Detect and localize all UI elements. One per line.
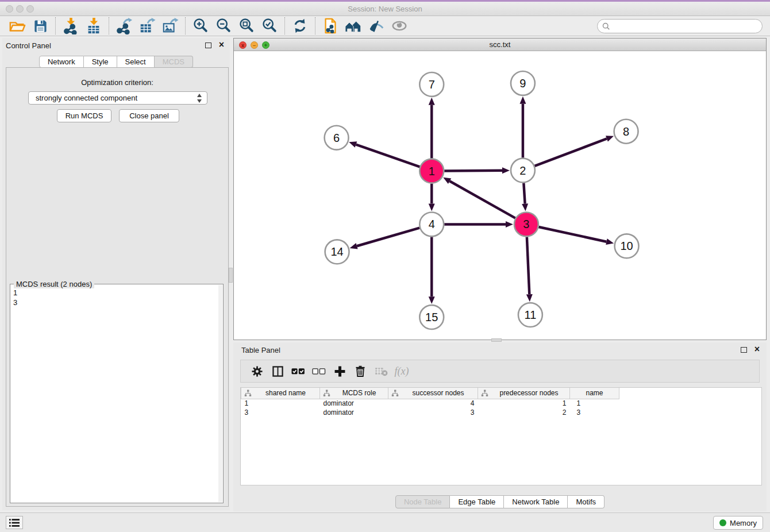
graph-edge-1-6[interactable] bbox=[356, 145, 419, 167]
tab-edge-table[interactable]: Edge Table bbox=[450, 495, 504, 508]
graph-edge-1-2[interactable] bbox=[444, 171, 502, 171]
delete-icon[interactable] bbox=[350, 363, 371, 380]
graph-edge-2-8[interactable] bbox=[534, 138, 606, 165]
eye-icon[interactable] bbox=[388, 17, 411, 35]
hierarchy-icon bbox=[391, 390, 399, 399]
graph-edge-4-14[interactable] bbox=[357, 228, 419, 246]
table-row[interactable]: 3 dominator 3 2 3 bbox=[241, 408, 619, 417]
export-table-icon[interactable] bbox=[136, 17, 159, 35]
tab-style[interactable]: Style bbox=[84, 56, 117, 68]
control-panel-title: Control Panel bbox=[6, 41, 51, 50]
column-header-predecessor-nodes[interactable]: predecessor nodes bbox=[478, 388, 570, 399]
tab-network-table[interactable]: Network Table bbox=[504, 495, 568, 508]
optimization-criterion-value: strongly connected component bbox=[36, 94, 137, 102]
graph-edge-arrowhead bbox=[350, 243, 358, 249]
network-view-window: x – + scc.txt 1234678910111415 bbox=[233, 38, 767, 340]
tab-network[interactable]: Network bbox=[39, 56, 84, 68]
toolbar-separator bbox=[55, 17, 56, 34]
zoom-out-icon[interactable] bbox=[212, 17, 235, 35]
toolbar-separator bbox=[185, 17, 186, 34]
export-image-icon[interactable] bbox=[159, 17, 182, 35]
search-input[interactable] bbox=[613, 22, 762, 30]
float-panel-icon[interactable] bbox=[205, 43, 211, 48]
task-history-icon[interactable] bbox=[6, 516, 23, 529]
network-canvas[interactable]: 1234678910111415 bbox=[234, 51, 766, 340]
mcds-result-title: MCDS result (2 nodes) bbox=[14, 280, 94, 288]
table-row[interactable]: 1 dominator 4 1 1 bbox=[241, 399, 619, 408]
close-panel-icon[interactable]: × bbox=[219, 40, 224, 50]
open-folder-icon[interactable] bbox=[6, 17, 29, 35]
tab-node-table[interactable]: Node Table bbox=[395, 495, 451, 508]
column-header-shared-name[interactable]: shared name bbox=[241, 388, 320, 399]
float-table-panel-icon[interactable] bbox=[741, 347, 747, 353]
gear-icon[interactable] bbox=[247, 363, 267, 380]
graph-edge-3-1[interactable] bbox=[450, 181, 515, 218]
graph-node-label-7: 7 bbox=[429, 78, 435, 91]
table-tabs: Node Table Edge Table Network Table Moti… bbox=[233, 495, 767, 508]
optimization-criterion-label: Optimization criterion: bbox=[6, 78, 228, 87]
delete-table-icon[interactable] bbox=[371, 363, 391, 380]
status-bar: Memory bbox=[0, 512, 770, 532]
table-panel-title: Table Panel bbox=[241, 346, 280, 354]
hierarchy-icon bbox=[323, 390, 330, 399]
refresh-icon[interactable] bbox=[288, 17, 311, 35]
show-columns-icon[interactable] bbox=[267, 363, 288, 380]
graph-node-label-9: 9 bbox=[519, 77, 526, 90]
graphics-details-icon[interactable] bbox=[365, 17, 388, 35]
app-titlebar: Session: New Session bbox=[0, 2, 770, 16]
graph-node-label-14: 14 bbox=[330, 245, 343, 258]
toolbar-separator bbox=[284, 17, 285, 34]
import-network-icon[interactable] bbox=[59, 17, 82, 35]
add-icon[interactable] bbox=[329, 363, 350, 380]
graph-edge-3-10[interactable] bbox=[538, 227, 606, 242]
export-network-icon[interactable] bbox=[113, 17, 136, 35]
vertical-splitter-handle[interactable] bbox=[229, 268, 233, 283]
graph-node-label-10: 10 bbox=[620, 240, 633, 252]
column-header-mcds-role[interactable]: MCDS role bbox=[320, 388, 388, 399]
graph-node-label-1: 1 bbox=[429, 165, 435, 178]
run-mcds-button[interactable]: Run MCDS bbox=[57, 109, 111, 122]
memory-label: Memory bbox=[730, 519, 757, 527]
result-scrollbar[interactable] bbox=[218, 285, 222, 502]
mcds-result-box: MCDS result (2 nodes) 1 3 bbox=[10, 284, 224, 503]
toolbar-separator bbox=[315, 17, 315, 34]
memory-button[interactable]: Memory bbox=[713, 516, 763, 530]
graph-edge-arrowhead bbox=[606, 238, 614, 245]
table-panel: Table Panel × f(x) shared bbox=[233, 342, 767, 511]
memory-status-icon bbox=[719, 519, 726, 526]
import-table-icon[interactable] bbox=[82, 17, 105, 35]
graph-edge-arrowhead bbox=[349, 141, 357, 147]
save-icon[interactable] bbox=[29, 17, 52, 35]
column-header-successor-nodes[interactable]: successor nodes bbox=[388, 388, 478, 399]
zoom-fit-icon[interactable] bbox=[235, 17, 258, 35]
horizontal-splitter-handle[interactable] bbox=[491, 338, 502, 342]
network-window-titlebar[interactable]: x – + scc.txt bbox=[234, 38, 766, 51]
graph-node-label-11: 11 bbox=[525, 309, 537, 321]
network-window-title: scc.txt bbox=[234, 40, 766, 49]
function-icon[interactable]: f(x) bbox=[391, 363, 412, 380]
search-box[interactable] bbox=[597, 19, 763, 33]
optimization-criterion-select[interactable]: strongly connected component bbox=[28, 91, 207, 105]
zoom-selected-icon[interactable] bbox=[258, 17, 281, 35]
mcds-result-text[interactable]: 1 3 bbox=[13, 288, 17, 307]
graph-node-label-8: 8 bbox=[623, 125, 629, 138]
zoom-in-icon[interactable] bbox=[189, 17, 212, 35]
table-toolbar: f(x) bbox=[240, 360, 760, 383]
home-icon[interactable] bbox=[342, 17, 365, 35]
select-all-icon[interactable] bbox=[288, 363, 309, 380]
window-title: Session: New Session bbox=[0, 5, 770, 13]
column-header-name[interactable]: name bbox=[570, 388, 619, 399]
close-panel-button[interactable]: Close panel bbox=[119, 109, 179, 122]
graph-edge-arrowhead bbox=[522, 203, 528, 211]
new-network-from-selection-icon[interactable] bbox=[319, 17, 342, 35]
close-table-panel-icon[interactable]: × bbox=[754, 344, 760, 354]
table-header-row: shared name MCDS role successor nodes pr… bbox=[241, 388, 619, 399]
tab-select[interactable]: Select bbox=[117, 56, 155, 68]
unselect-all-icon[interactable] bbox=[309, 363, 329, 380]
tab-motifs[interactable]: Motifs bbox=[568, 495, 605, 508]
select-stepper-icon bbox=[197, 94, 202, 103]
tab-mcds[interactable]: MCDS bbox=[155, 56, 193, 68]
network-graph[interactable]: 1234678910111415 bbox=[234, 51, 766, 340]
graph-edge-3-11[interactable] bbox=[527, 237, 529, 294]
graph-edge-2-3[interactable] bbox=[523, 183, 525, 203]
